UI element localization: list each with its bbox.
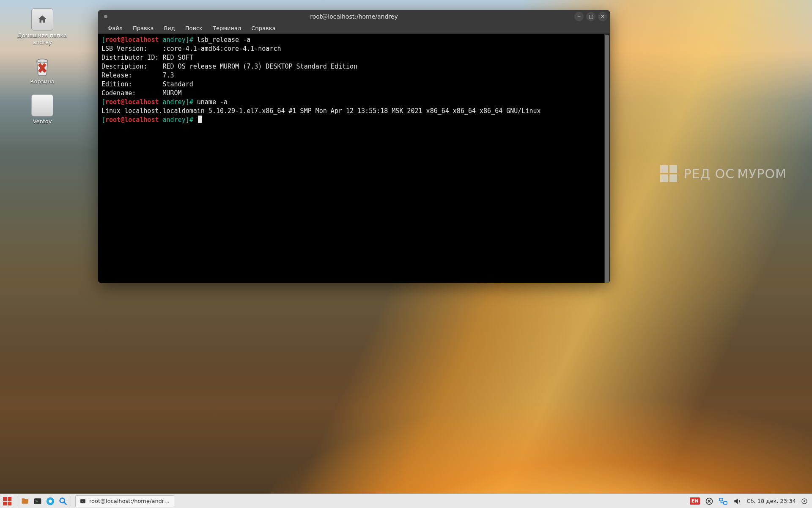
- terminal-scrollbar[interactable]: [604, 34, 610, 283]
- terminal-command: lsb_release -a: [197, 36, 250, 44]
- menu-edit[interactable]: Правка: [128, 24, 159, 33]
- taskbar: >_ >_ root@localhost:/home/andr… EN Сб, …: [0, 494, 812, 508]
- prompt-user-host: root@localhost: [105, 36, 159, 44]
- svg-text:>_: >_: [36, 499, 40, 503]
- system-tray: EN Сб, 18 дек, 23:34: [690, 497, 812, 505]
- terminal-output-line: Distributor ID: RED SOFT: [102, 54, 193, 61]
- trash-icon: [31, 55, 53, 77]
- prompt-path: andrey: [159, 116, 185, 124]
- os-watermark: РЕД ОСМУРОМ: [660, 165, 787, 182]
- tray-notifications-icon[interactable]: [801, 498, 808, 505]
- window-maximize-button[interactable]: ▢: [586, 12, 595, 21]
- prompt-user-host: root@localhost: [105, 98, 159, 106]
- terminal-content[interactable]: [root@localhost andrey]# lsb_release -a …: [98, 34, 610, 283]
- redos-logo-icon: [660, 165, 677, 182]
- terminal-output-line: Linux localhost.localdomain 5.10.29-1.el…: [102, 107, 541, 115]
- terminal-output-line: Codename: MUROM: [102, 89, 182, 97]
- tray-network-icon[interactable]: [719, 497, 728, 505]
- menu-terminal[interactable]: Терминал: [208, 24, 246, 33]
- tray-volume-icon[interactable]: [733, 497, 741, 505]
- prompt-user-host: root@localhost: [105, 116, 159, 124]
- quicklaunch-files[interactable]: [19, 495, 31, 507]
- menu-search[interactable]: Поиск: [180, 24, 208, 33]
- window-title: root@localhost:/home/andrey: [98, 13, 610, 20]
- desktop-icon-label: Домашняя папка andrey: [17, 32, 68, 45]
- svg-point-6: [49, 500, 52, 502]
- desktop-icon-label: Ventoy: [33, 118, 52, 125]
- svg-point-0: [37, 59, 48, 63]
- svg-text:>_: >_: [82, 500, 85, 503]
- desktop-icon-trash[interactable]: Корзина: [17, 55, 68, 85]
- window-minimize-button[interactable]: –: [574, 12, 584, 21]
- taskbar-clock[interactable]: Сб, 18 дек, 23:34: [746, 498, 796, 504]
- menu-view[interactable]: Вид: [159, 24, 180, 33]
- terminal-output-line: Description: RED OS release MUROM (7.3) …: [102, 63, 357, 70]
- prompt-bracket: ]#: [186, 116, 197, 124]
- drive-icon: [31, 94, 53, 116]
- start-menu-button[interactable]: [1, 495, 14, 508]
- svg-rect-13: [724, 501, 727, 504]
- terminal-output-line: LSB Version: :core-4.1-amd64:core-4.1-no…: [102, 45, 281, 52]
- prompt-bracket: ]#: [186, 36, 197, 44]
- terminal-output-line: Release: 7.3: [102, 72, 174, 79]
- terminal-menubar: Файл Правка Вид Поиск Терминал Справка: [98, 23, 610, 34]
- terminal-cursor: [198, 116, 202, 123]
- desktop-icon-ventoy[interactable]: Ventoy: [17, 94, 68, 125]
- menu-file[interactable]: Файл: [102, 24, 128, 33]
- svg-line-8: [64, 502, 67, 505]
- svg-point-15: [804, 500, 805, 502]
- desktop-icon-label: Корзина: [30, 78, 54, 85]
- taskbar-task-label: root@localhost:/home/andr…: [89, 498, 170, 504]
- prompt-bracket: ]#: [186, 98, 197, 106]
- terminal-command: uname -a: [197, 98, 228, 106]
- window-close-button[interactable]: ✕: [598, 12, 607, 21]
- svg-point-7: [60, 498, 65, 502]
- prompt-bracket: [: [102, 36, 105, 44]
- desktop-icons: Домашняя папка andrey Корзина Ventoy: [17, 8, 68, 134]
- quicklaunch-browser[interactable]: [44, 495, 56, 507]
- svg-rect-12: [719, 498, 723, 500]
- prompt-bracket: [: [102, 98, 105, 106]
- window-menu-icon[interactable]: [104, 15, 107, 18]
- prompt-path: andrey: [159, 36, 185, 44]
- terminal-output-line: Edition: Standard: [102, 80, 193, 88]
- home-folder-icon: [31, 8, 53, 30]
- taskbar-separator: [17, 496, 17, 506]
- desktop-icon-home-folder[interactable]: Домашняя папка andrey: [17, 8, 68, 45]
- tray-updates-icon[interactable]: [705, 497, 713, 505]
- svg-rect-2: [22, 498, 25, 500]
- keyboard-layout-indicator[interactable]: EN: [690, 497, 700, 505]
- quicklaunch-search[interactable]: [57, 495, 69, 507]
- quicklaunch-terminal[interactable]: >_: [32, 495, 44, 507]
- window-titlebar[interactable]: root@localhost:/home/andrey – ▢ ✕: [98, 10, 610, 23]
- taskbar-task-terminal[interactable]: >_ root@localhost:/home/andr…: [75, 495, 174, 507]
- menu-help[interactable]: Справка: [246, 24, 280, 33]
- prompt-path: andrey: [159, 98, 185, 106]
- os-watermark-text: РЕД ОСМУРОМ: [684, 166, 787, 181]
- taskbar-separator: [71, 496, 71, 506]
- quick-launch: >_: [19, 495, 69, 507]
- prompt-bracket: [: [102, 116, 105, 124]
- terminal-window: root@localhost:/home/andrey – ▢ ✕ Файл П…: [98, 10, 610, 283]
- terminal-icon: >_: [80, 498, 86, 504]
